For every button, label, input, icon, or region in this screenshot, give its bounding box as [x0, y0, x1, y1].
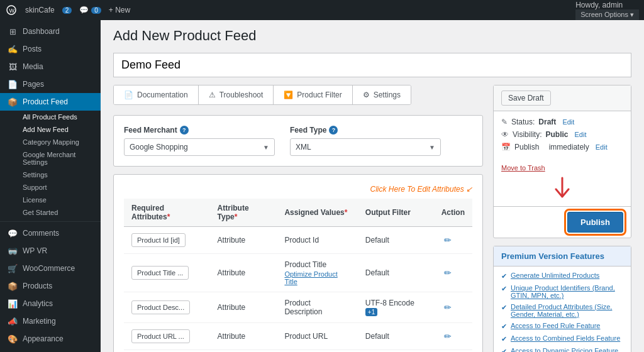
submenu-license[interactable]: License	[0, 194, 101, 206]
attr-badge: Product Title ...	[131, 266, 189, 280]
premium-item: ✔ Detailed Product Attributes (Size, Gen…	[501, 303, 623, 318]
tab-settings[interactable]: ⚙ Settings	[353, 85, 411, 104]
sidebar-item-comments[interactable]: 💬 Comments	[0, 224, 101, 242]
submenu-all-product-feeds[interactable]: All Product Feeds	[0, 111, 101, 123]
sidebar-item-dashboard[interactable]: ⊞ Dashboard	[0, 23, 101, 40]
sidebar-item-analytics[interactable]: 📊 Analytics	[0, 295, 101, 312]
pages-icon: 📄	[8, 79, 18, 89]
status-edit-link[interactable]: Edit	[562, 118, 574, 126]
analytics-icon: 📊	[8, 299, 18, 309]
tab-troubleshoot[interactable]: ⚠ Troubleshoot	[199, 85, 274, 104]
publish-meta: ✎ Status: Draft Edit 👁 Visibility: Publi…	[494, 111, 631, 162]
sidebar-item-plugins[interactable]: 🔌 Plugins	[0, 348, 101, 352]
sidebar-item-appearance[interactable]: 🎨 Appearance	[0, 330, 101, 348]
click-edit-banner[interactable]: Click Here To Edit Attributes ↙	[124, 185, 472, 194]
publish-button[interactable]: Publish	[567, 212, 623, 233]
publish-edit-link[interactable]: Edit	[596, 143, 608, 151]
feed-type-group: Feed Type ? XML CSV TSV TXT	[290, 126, 441, 156]
premium-link[interactable]: Access to Feed Rule Feature	[511, 322, 600, 329]
sidebar-item-pages[interactable]: 📄 Pages	[0, 75, 101, 93]
submenu-get-started[interactable]: Get Started	[0, 206, 101, 219]
attr-assigned-cell: Product URL	[277, 323, 357, 350]
premium-box: Premium Version Features ✔ Generate Unli…	[493, 246, 631, 352]
attr-action-cell: ✏	[434, 227, 472, 254]
attr-name-cell: Product Id [id]	[124, 227, 210, 254]
comments-count[interactable]: 💬 0	[79, 6, 101, 14]
col-output-filter: Output Filter	[358, 199, 434, 227]
products-icon: 📦	[8, 281, 18, 291]
premium-link[interactable]: Generate Unlimited Products	[511, 272, 599, 279]
wp-logo[interactable]: W	[5, 4, 18, 16]
attr-name-cell: Product URL ...	[124, 323, 210, 350]
check-icon: ✔	[501, 285, 507, 293]
admin-sidebar: ⊞ Dashboard ✍ Posts 🖼 Media 📄 Pages 📦 Pr…	[0, 20, 101, 352]
attr-filter-cell: Default	[358, 323, 434, 350]
submenu-category-mapping[interactable]: Category Mapping	[0, 136, 101, 148]
type-select[interactable]: XML CSV TSV TXT	[291, 139, 440, 155]
sidebar-item-label: Posts	[23, 45, 42, 53]
sidebar-item-product-feed[interactable]: 📦 Product Feed	[0, 93, 101, 111]
updates-count[interactable]: 2	[62, 7, 72, 14]
sidebar-item-label: Products	[23, 282, 52, 290]
edit-attr-button[interactable]: ✏	[441, 267, 454, 279]
svg-text:W: W	[9, 8, 15, 14]
premium-item: ✔ Access to Dynamic Pricing Feature	[501, 347, 623, 352]
right-sidebar: Save Draft ✎ Status: Draft Edit 👁	[493, 85, 631, 352]
check-icon: ✔	[501, 335, 507, 343]
check-icon: ✔	[501, 322, 507, 331]
attr-type-cell: Attribute	[210, 323, 277, 350]
submenu-support[interactable]: Support	[0, 181, 101, 194]
type-help-icon[interactable]: ?	[329, 126, 338, 135]
main-content: Add New Product Feed 📄 Documentation ⚠ T…	[101, 20, 644, 352]
sidebar-item-label: Pages	[23, 80, 44, 89]
tab-bar: 📄 Documentation ⚠ Troubleshoot 🔽 Product…	[113, 85, 411, 105]
edit-attr-button[interactable]: ✏	[441, 330, 454, 343]
sidebar-item-posts[interactable]: ✍ Posts	[0, 40, 101, 58]
visibility-edit-link[interactable]: Edit	[574, 131, 586, 138]
premium-item: ✔ Access to Feed Rule Feature	[501, 322, 623, 331]
sidebar-item-woocommerce[interactable]: 🛒 WooCommerce	[0, 260, 101, 277]
documentation-icon: 📄	[124, 91, 133, 99]
premium-item: ✔ Access to Combined Fields Feature	[501, 334, 623, 343]
feed-options-panel: Feed Merchant ? Google Shopping Facebook…	[113, 115, 483, 167]
merchant-select[interactable]: Google Shopping Facebook Pinterest Bing	[125, 139, 274, 155]
tab-documentation[interactable]: 📄 Documentation	[114, 85, 199, 104]
sidebar-item-media[interactable]: 🖼 Media	[0, 58, 101, 75]
page-title: Add New Product Feed	[113, 28, 631, 44]
filter-icon: 🔽	[284, 91, 293, 99]
eye-icon: 👁	[501, 130, 509, 139]
marketing-icon: 📣	[8, 316, 18, 326]
attr-badge: Product URL ...	[131, 329, 190, 343]
merchant-select-wrapper: Google Shopping Facebook Pinterest Bing …	[124, 138, 275, 156]
sidebar-item-wp-vr[interactable]: 🥽 WP VR	[0, 242, 101, 260]
save-draft-button[interactable]: Save Draft	[501, 91, 551, 106]
submenu-add-new-feed[interactable]: Add New Feed	[0, 123, 101, 136]
premium-link[interactable]: Access to Dynamic Pricing Feature	[511, 347, 618, 352]
status-value: Draft	[538, 118, 556, 126]
move-to-trash-link[interactable]: Move to Trash	[494, 162, 631, 174]
edit-attr-button[interactable]: ✏	[441, 234, 454, 246]
premium-link[interactable]: Detailed Product Attributes (Size, Gende…	[511, 303, 623, 318]
check-icon: ✔	[501, 348, 507, 352]
premium-link[interactable]: Access to Combined Fields Feature	[511, 334, 620, 342]
optimize-title-link[interactable]: Optimize Product Title	[284, 270, 350, 285]
merchant-help-icon[interactable]: ?	[180, 126, 189, 135]
attr-badge: Product Desc...	[131, 300, 190, 314]
table-row: Product Desc... Attribute Product Descri…	[124, 292, 472, 323]
feed-title-input[interactable]	[113, 53, 631, 77]
dashboard-icon: ⊞	[8, 26, 18, 36]
site-name[interactable]: skinCafe	[25, 6, 55, 14]
media-icon: 🖼	[8, 62, 18, 72]
new-item[interactable]: + New	[109, 6, 130, 14]
tab-product-filter[interactable]: 🔽 Product Filter	[274, 85, 352, 104]
sidebar-item-label: Appearance	[23, 334, 64, 343]
sidebar-item-products[interactable]: 📦 Products	[0, 277, 101, 295]
attr-assigned-cell: Product Description	[277, 292, 357, 323]
submenu-settings[interactable]: Settings	[0, 168, 101, 181]
submenu-google-merchant[interactable]: Google Merchant Settings	[0, 148, 101, 168]
edit-attr-button[interactable]: ✏	[441, 301, 454, 314]
table-row: Product Title ... Attribute Product Titl…	[124, 254, 472, 292]
sidebar-item-marketing[interactable]: 📣 Marketing	[0, 312, 101, 330]
premium-link[interactable]: Unique Product Identifiers (Brand, GTIN,…	[511, 284, 623, 299]
screen-options-button[interactable]: Screen Options ▾	[575, 9, 639, 20]
